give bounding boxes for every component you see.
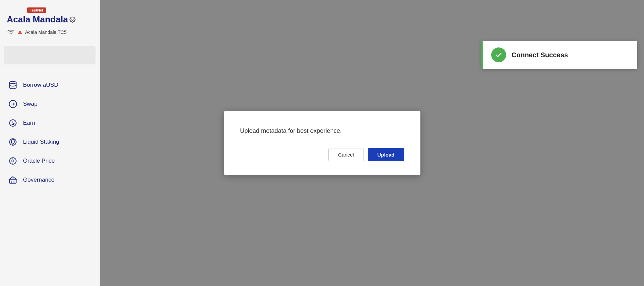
svg-point-10 (12, 160, 14, 162)
account-box[interactable] (4, 46, 96, 64)
sidebar-header: TestNet Acala Mandala Acala Mandala TC5 (0, 0, 100, 43)
network-signal-icon (7, 28, 15, 36)
upload-button[interactable]: Upload (368, 148, 404, 161)
database-icon (8, 80, 18, 90)
check-circle (491, 47, 506, 62)
network-warning-icon (18, 30, 22, 34)
modal-actions: Cancel Upload (240, 148, 404, 161)
sidebar-item-governance-label: Governance (23, 177, 55, 183)
gear-icon[interactable] (69, 17, 76, 23)
testnet-badge: TestNet (27, 7, 46, 13)
governance-icon (8, 175, 18, 185)
sidebar-item-oracle-price[interactable]: Oracle Price (0, 151, 100, 170)
cancel-button[interactable]: Cancel (328, 148, 364, 161)
divider (0, 70, 100, 70)
sidebar-item-liquid-staking-label: Liquid Staking (23, 139, 59, 145)
liquid-staking-icon (8, 137, 18, 147)
svg-point-1 (9, 81, 16, 84)
sidebar-item-borrow-label: Borrow aUSD (23, 82, 58, 88)
check-icon (495, 51, 503, 59)
sidebar-nav: Borrow aUSD Swap Earn (0, 73, 100, 192)
modal-message: Upload metadata for best experience. (240, 127, 404, 135)
sidebar-item-liquid-staking[interactable]: Liquid Staking (0, 132, 100, 151)
earn-icon (8, 118, 18, 128)
connect-success-toast: Connect Success (481, 41, 637, 69)
sidebar-item-swap[interactable]: Swap (0, 95, 100, 114)
sidebar-item-borrow[interactable]: Borrow aUSD (0, 76, 100, 95)
svg-rect-13 (9, 179, 16, 183)
svg-point-0 (71, 19, 73, 20)
toast-message: Connect Success (512, 51, 568, 59)
app-title: Acala Mandala (7, 14, 93, 25)
network-name: Acala Mandala TC5 (25, 29, 67, 35)
sidebar-item-oracle-label: Oracle Price (23, 158, 55, 164)
sidebar-item-earn[interactable]: Earn (0, 114, 100, 132)
app-title-text: Acala Mandala (7, 14, 68, 25)
oracle-icon (8, 156, 18, 166)
sidebar-item-earn-label: Earn (23, 120, 35, 126)
swap-icon (8, 99, 18, 109)
sidebar: TestNet Acala Mandala Acala Mandala TC5 (0, 0, 100, 286)
network-selector[interactable]: Acala Mandala TC5 (7, 25, 93, 40)
upload-metadata-modal: Upload metadata for best experience. Can… (224, 111, 420, 175)
sidebar-item-governance[interactable]: Governance (0, 170, 100, 189)
sidebar-item-swap-label: Swap (23, 101, 38, 107)
